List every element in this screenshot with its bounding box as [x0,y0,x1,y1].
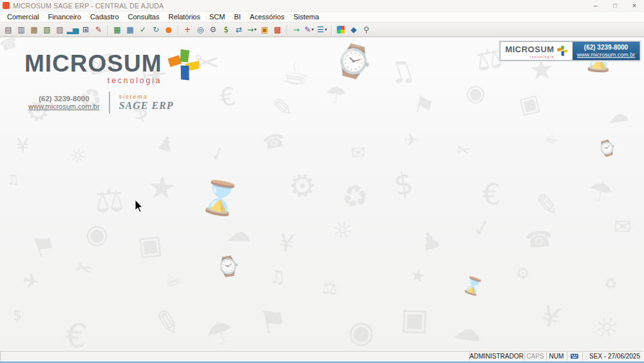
menu-item-cadastro[interactable]: Cadastro [86,12,124,22]
menu-item-sistema[interactable]: Sistema [289,12,324,22]
watermark-icon: € [482,180,501,209]
status-keyboard-segment [567,351,582,361]
minimize-button[interactable]: ─ [586,0,605,12]
badge-logo-text: MICROSUM [505,44,554,54]
notebook-icon[interactable]: ▧ [41,24,53,35]
refresh-icon[interactable]: ↻ [149,24,162,35]
gear-icon[interactable]: ⚙ [207,24,220,35]
menu-item-financeiro[interactable]: Financeiro [44,12,86,22]
watermark-icon: ☂ [585,176,616,209]
sync-arrows-icon[interactable]: ⇄ [232,24,245,35]
badge-logo-subtext: tecnologia [505,55,554,59]
menu-item-scm[interactable]: SCM [205,12,229,22]
watermark-icon: ¥ [277,230,296,257]
shield-icon[interactable]: ◆ [347,24,360,35]
status-date: SEX - 27/06/2025 [589,353,640,360]
gift-icon[interactable]: ▩ [271,24,284,35]
chevron-down-icon: ▾ [254,27,257,32]
watermark-icon: ✉ [613,215,632,237]
watermark-icon: ⌚ [596,139,618,158]
transfer-money-icon[interactable]: →▾ [245,24,258,35]
table-grid-icon[interactable]: ▦ [124,24,137,35]
workspace: ☎✉✈✂☕⌚♫⚖★⌛⚙♻$€✎☂⚑◉▣☁¥☼♟✓☎✉✈✂☕⌚♫⚖★⌛⚙♻$€✎☂… [0,37,644,350]
watermark-icon: ☎ [0,37,19,54]
watermark-icon: ⌚ [215,255,241,277]
print-preview-icon[interactable]: ▥ [15,24,28,35]
watermark-icon: ▣ [137,231,164,259]
watermark-icon: ◉ [82,219,111,250]
globe-icon[interactable]: ◎ [194,24,207,35]
watermark-icon: ✎ [151,304,185,342]
watermark-icon: ♫ [5,172,20,188]
calculator-icon[interactable]: ⊞ [79,24,92,35]
run-arrow-icon[interactable]: → [290,24,303,35]
report-pencil-icon[interactable]: ✎ [92,24,105,35]
watermark-icon: ⚖ [94,183,125,217]
watermark-icon: ✉ [350,143,366,162]
system-name: SAGE ERP [119,100,174,112]
mouse-cursor [135,200,144,213]
watermark-icon: ♻ [338,178,372,214]
printer-icon[interactable]: ▤ [2,24,15,35]
watermark-icon: ¥ [16,135,29,156]
company-website-link[interactable]: www.microsum.com.br [28,103,100,110]
watermark-icon: ★ [146,170,177,204]
watermark-icon: ◉ [346,315,375,348]
close-button[interactable]: ✕ [625,0,644,12]
watermark-icon: ✎ [534,190,560,221]
maximize-button[interactable]: □ [605,0,625,12]
logo-subtext: tecnologia [24,76,162,85]
tools-red-icon[interactable]: + [181,24,194,35]
logo-plus-icon [166,48,201,83]
watermark-icon: ✎ [272,95,293,120]
watermark-icon: ✓ [471,216,493,242]
watermark-icon: $ [392,168,415,200]
help-book-icon[interactable]: ▦ [28,24,41,35]
menu-item-consultas[interactable]: Consultas [124,12,164,22]
calendar-icon [586,353,587,359]
window-title: MICROSUM SAGE ERP - CENTRAL DE AJUDA [13,2,586,10]
watermark-icon: ⚖ [321,279,338,297]
statusbar: ADMINISTRADOR CAPS NUM SEX - 27/06/2025 [0,350,644,361]
search-gear-icon[interactable]: ⚲ [360,24,373,35]
menu-item-acessorios[interactable]: Acessórios [245,12,289,22]
watermark-icon: ✓ [207,143,228,166]
archive-icon[interactable]: ▨ [53,24,66,35]
green-ledger-icon[interactable]: ▦ [111,24,124,35]
watermark-icon: ⌛ [198,179,242,218]
badge-phone: (62) 3239-8000 [584,44,628,52]
chart-icon[interactable]: ▂▅ [66,24,79,35]
watermark-icon: ⚙ [285,167,321,205]
money-dollar-icon[interactable]: $ [220,24,232,35]
toolbar: ▤▥▦▧▨▂▅⊞✎▦▦✓↻●+◎⚙$⇄→▾▣▩→✎▾☰▾◆⚲ [0,23,644,37]
watermark-icon: ⚑ [412,92,437,119]
menu-item-comercial[interactable]: Comercial [3,12,44,22]
status-num-indicator: NUM [546,351,567,361]
watermark-icon: ☂ [202,314,239,350]
watermark-icon: $ [13,308,22,322]
badge-website-link[interactable]: www.microsum.com.br [577,52,636,59]
watermark-icon: ✂ [455,142,471,160]
package-box-icon[interactable]: ▣ [258,24,271,35]
watermark-icon: ▣ [400,304,429,334]
window-colored-icon[interactable] [334,24,347,35]
badge-contact: (62) 3239-8000 www.microsum.com.br [573,42,639,60]
chevron-down-icon: ▾ [312,27,314,32]
app-icon [3,2,10,9]
menu-item-relatorios[interactable]: Relatórios [164,12,205,22]
status-caps-indicator: CAPS [524,351,546,361]
blue-list-icon[interactable]: ☰▾ [316,24,328,35]
status-message-area [0,351,469,361]
watermark-icon: € [218,83,238,110]
watermark-icon: ☼ [329,216,356,244]
menu-item-bi[interactable]: BI [229,12,245,22]
titlebar: MICROSUM SAGE ERP - CENTRAL DE AJUDA ─ □… [0,0,644,12]
watermark-icon: ☼ [591,311,623,344]
chevron-down-icon: ▾ [325,27,327,32]
company-phone: (62) 3239-8000 [28,95,100,103]
fireball-icon[interactable]: ● [162,24,175,35]
watermark-icon: ⚑ [256,303,290,339]
design-tools-icon[interactable]: ✎▾ [303,24,316,35]
document-check-icon[interactable]: ✓ [137,24,149,35]
keyboard-icon [571,353,578,359]
